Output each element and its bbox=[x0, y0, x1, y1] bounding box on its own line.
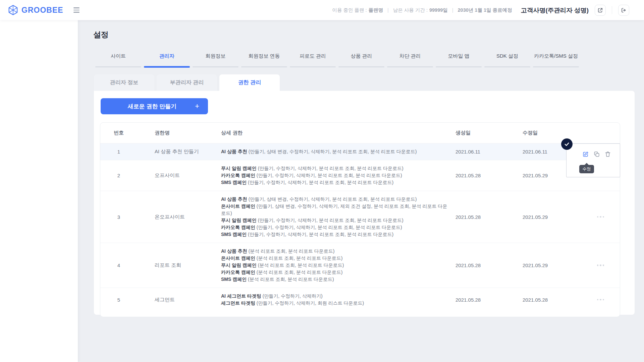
divider: | bbox=[452, 7, 453, 13]
logout-icon bbox=[621, 7, 627, 13]
tab-6[interactable]: 상품 관리 bbox=[337, 53, 386, 67]
column-header: 번호 bbox=[100, 130, 137, 136]
plan-info: 이용 중인 플랜 : 플랜명 | 남은 사용 기간 : 99999일 | 203… bbox=[332, 7, 512, 13]
account-name: 고객사명(주관리자 성명) bbox=[521, 6, 589, 14]
permission-details: AI 상품 추천 (분석 리포트 조회, 분석 리포트 다운로드)온사이트 캠페… bbox=[221, 243, 455, 288]
detail-line: 푸시 알림 캠페인 (분석 리포트 조회, 분석 리포트 다운로드) bbox=[221, 262, 447, 269]
updated-date: 2021.05.28 bbox=[523, 297, 581, 303]
sidebar bbox=[0, 20, 78, 362]
subtab-3[interactable]: 권한 관리 bbox=[219, 74, 280, 91]
admin-subtabs: 관리자 정보부관리자 관리권한 관리 bbox=[94, 74, 280, 91]
tab-10[interactable]: 카카오톡/SMS 설정 bbox=[532, 53, 580, 67]
tab-1[interactable]: 사이트 bbox=[94, 53, 143, 67]
created-date: 2021.05.28 bbox=[455, 173, 523, 178]
edit-tooltip: 수정 bbox=[579, 165, 594, 173]
selected-check-badge bbox=[561, 138, 573, 150]
tab-7[interactable]: 차단 관리 bbox=[386, 53, 434, 67]
external-link-button[interactable] bbox=[595, 5, 606, 16]
divider: | bbox=[387, 7, 389, 13]
external-link-icon bbox=[597, 7, 603, 13]
tab-3[interactable]: 회원정보 bbox=[191, 53, 240, 67]
tab-9[interactable]: SDK 설정 bbox=[483, 53, 532, 67]
plus-icon: + bbox=[195, 103, 199, 110]
detail-line: 카카오톡 캠페인 (분석 리포트 조회, 분석 리포트 다운로드) bbox=[221, 269, 447, 276]
permissions-table: 번호권한명상세 권한생성일수정일 1AI 상품 추천 만들기AI 상품 추천 (… bbox=[100, 122, 620, 317]
row-number: 1 bbox=[100, 149, 137, 155]
row-actions-cell bbox=[581, 262, 620, 268]
detail-line: SMS 캠페인 (만들기, 수정하기, 삭제하기, 분석 리포트 조회, 분석 … bbox=[221, 179, 447, 186]
permission-name: 온오프사이트 bbox=[137, 214, 221, 220]
detail-line: 푸시 알림 캠페인 (만들기, 수정하기, 삭제하기, 분석 리포트 조회, 분… bbox=[221, 217, 447, 224]
created-date: 2021.05.28 bbox=[455, 297, 523, 303]
detail-line: AI 상품 추천 (만들기, 상태 변경, 수정하기, 삭제하기, 분석 리포트… bbox=[221, 196, 447, 203]
groobee-logo-icon bbox=[8, 5, 18, 15]
row-actions-cell bbox=[581, 214, 620, 220]
logout-button[interactable] bbox=[618, 5, 629, 16]
brand-name: GROOBEE bbox=[21, 6, 63, 15]
table-row[interactable]: 2오프사이트푸시 알림 캠페인 (만들기, 수정하기, 삭제하기, 분석 리포트… bbox=[100, 160, 620, 191]
main-content: 설정 사이트관리자회원정보회원정보 연동피로도 관리상품 관리차단 관리모바일 … bbox=[78, 20, 644, 362]
subtab-1[interactable]: 관리자 정보 bbox=[94, 74, 154, 91]
tab-2[interactable]: 관리자 bbox=[143, 53, 191, 67]
permission-name: 세그먼트 bbox=[137, 297, 221, 303]
table-footer bbox=[100, 311, 620, 317]
row-number: 5 bbox=[100, 297, 137, 303]
duplicate-button[interactable] bbox=[593, 151, 600, 158]
column-header: 상세 권한 bbox=[221, 125, 455, 141]
topbar: GROOBEE 이용 중인 플랜 : 플랜명 | 남은 사용 기간 : 9999… bbox=[0, 0, 644, 20]
permission-name: 리포트 조회 bbox=[137, 262, 221, 268]
page-title: 설정 bbox=[93, 29, 109, 40]
column-header: 생성일 bbox=[455, 130, 523, 136]
row-actions-cell bbox=[581, 297, 620, 303]
detail-line: 세그먼트 타겟팅 (만들기, 수정하기, 삭제하기, 회원 리스트 다운로드) bbox=[221, 300, 447, 307]
new-permission-label: 새로운 권한 만들기 bbox=[109, 103, 195, 110]
permission-details: AI 상품 추천 (만들기, 상태 변경, 수정하기, 삭제하기, 분석 리포트… bbox=[221, 143, 455, 160]
subtab-2[interactable]: 부관리자 관리 bbox=[157, 74, 217, 91]
permission-details: 푸시 알림 캠페인 (만들기, 수정하기, 삭제하기, 분석 리포트 조회, 분… bbox=[221, 160, 455, 191]
period-label: 남은 사용 기간 : bbox=[393, 7, 428, 13]
table-row[interactable]: 3온오프사이트AI 상품 추천 (만들기, 상태 변경, 수정하기, 삭제하기,… bbox=[100, 191, 620, 243]
permission-name: 오프사이트 bbox=[137, 172, 221, 179]
detail-line: SMS 캠페인 (분석 리포트 조회, 분석 리포트 다운로드) bbox=[221, 276, 447, 283]
permission-details: AI 상품 추천 (만들기, 상태 변경, 수정하기, 삭제하기, 분석 리포트… bbox=[221, 191, 455, 243]
permission-name: AI 상품 추천 만들기 bbox=[137, 148, 221, 155]
detail-line: AI 상품 추천 (분석 리포트 조회, 분석 리포트 다운로드) bbox=[221, 248, 447, 255]
delete-button[interactable] bbox=[604, 151, 611, 158]
permissions-panel: 새로운 권한 만들기 + 번호권한명상세 권한생성일수정일 1AI 상품 추천 … bbox=[94, 91, 635, 315]
updated-date: 2021.05.29 bbox=[523, 262, 581, 268]
table-row[interactable]: 4리포트 조회AI 상품 추천 (분석 리포트 조회, 분석 리포트 다운로드)… bbox=[100, 243, 620, 288]
row-menu-button[interactable] bbox=[595, 297, 606, 303]
settings-tabs: 사이트관리자회원정보회원정보 연동피로도 관리상품 관리차단 관리모바일 앱SD… bbox=[94, 53, 580, 67]
detail-line: 온사이트 캠페인 (분석 리포트 조회, 분석 리포트 다운로드) bbox=[221, 255, 447, 262]
table-row[interactable]: 1AI 상품 추천 만들기AI 상품 추천 (만들기, 상태 변경, 수정하기,… bbox=[100, 143, 620, 160]
created-date: 2021.06.11 bbox=[455, 149, 523, 155]
plan-label: 이용 중인 플랜 : bbox=[332, 7, 367, 13]
detail-line: 카카오톡 캠페인 (만들기, 수정하기, 삭제하기, 분석 리포트 조회, 분석… bbox=[221, 172, 447, 179]
edit-button[interactable] bbox=[582, 151, 589, 158]
detail-line: AI 세그먼트 타겟팅 (만들기, 수정하기, 삭제하기) bbox=[221, 293, 447, 300]
permission-details: AI 세그먼트 타겟팅 (만들기, 수정하기, 삭제하기)세그먼트 타겟팅 (만… bbox=[221, 288, 455, 311]
detail-line: SMS 캠페인 (만들기, 수정하기, 삭제하기, 분석 리포트 조회, 분석 … bbox=[221, 231, 447, 238]
tab-4[interactable]: 회원정보 연동 bbox=[240, 53, 288, 67]
tab-5[interactable]: 피로도 관리 bbox=[288, 53, 337, 67]
column-header: 권한명 bbox=[137, 130, 221, 136]
created-date: 2021.05.28 bbox=[455, 262, 523, 268]
row-number: 2 bbox=[100, 173, 137, 178]
row-actions-popover: 수정 bbox=[566, 143, 620, 177]
plan-value: 플랜명 bbox=[369, 7, 383, 13]
row-menu-button[interactable] bbox=[595, 262, 606, 268]
column-header: 수정일 bbox=[523, 130, 581, 136]
updated-date: 2021.05.29 bbox=[523, 214, 581, 220]
logo-link[interactable]: GROOBEE bbox=[8, 5, 63, 15]
row-menu-button[interactable] bbox=[595, 214, 606, 220]
edit-tooltip-label: 수정 bbox=[583, 166, 591, 172]
plan-expiry: 2030년 1월 1일 종료예정 bbox=[458, 7, 512, 13]
tab-8[interactable]: 모바일 앱 bbox=[434, 53, 483, 67]
divider bbox=[612, 6, 612, 14]
table-row[interactable]: 5세그먼트AI 세그먼트 타겟팅 (만들기, 수정하기, 삭제하기)세그먼트 타… bbox=[100, 288, 620, 311]
menu-toggle-icon[interactable] bbox=[73, 7, 79, 13]
detail-line: 푸시 알림 캠페인 (만들기, 수정하기, 삭제하기, 분석 리포트 조회, 분… bbox=[221, 165, 447, 172]
row-number: 3 bbox=[100, 214, 137, 220]
new-permission-button[interactable]: 새로운 권한 만들기 + bbox=[101, 98, 208, 114]
detail-line: 카카오톡 캠페인 (만들기, 수정하기, 삭제하기, 분석 리포트 조회, 분석… bbox=[221, 224, 447, 231]
